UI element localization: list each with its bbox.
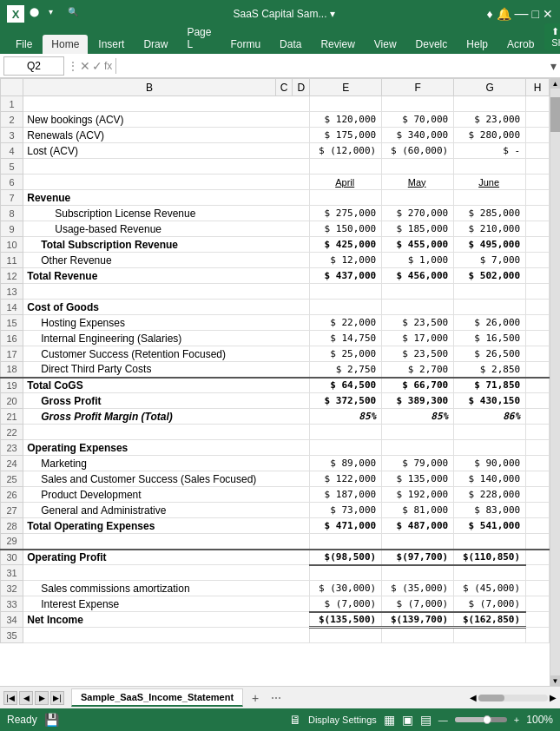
scroll-track[interactable] [550, 89, 560, 675]
cell-label[interactable]: Cost of Goods [23, 300, 310, 315]
cell-g-19[interactable]: $ 71,850 [454, 378, 526, 393]
search-icon[interactable]: 🔍 [68, 7, 82, 21]
cell-f-10[interactable]: $ 455,000 [382, 237, 454, 253]
cancel-formula-icon[interactable]: ✕ [80, 59, 90, 73]
cell-e-10[interactable]: $ 425,000 [310, 237, 382, 253]
cell-label[interactable]: Usage-based Revenue [23, 221, 310, 237]
cell-f-13[interactable] [382, 284, 454, 300]
hscroll-track[interactable] [478, 695, 548, 701]
cell-f-18[interactable]: $ 2,700 [382, 362, 454, 378]
cell-label[interactable]: Net Income [23, 612, 310, 628]
minimize-window-btn[interactable]: — [515, 6, 529, 22]
cell-f-23[interactable] [382, 440, 454, 456]
cell-label[interactable] [23, 628, 310, 643]
cell-label[interactable]: Total Subscription Revenue [23, 237, 310, 253]
cell-label[interactable] [23, 175, 310, 190]
cell-g-35[interactable] [454, 628, 526, 643]
cell-f-14[interactable] [382, 300, 454, 315]
cell-label[interactable]: Total Revenue [23, 268, 310, 284]
close-window-btn[interactable]: ✕ [543, 7, 553, 21]
cell-e-14[interactable] [310, 300, 382, 315]
cell-g-29[interactable] [454, 534, 526, 550]
cell-g-11[interactable]: $ 7,000 [454, 253, 526, 268]
cell-label[interactable]: Renewals (ACV) [23, 128, 310, 143]
cell-label[interactable]: Internal Engineering (Salaries) [23, 331, 310, 346]
sheet-nav-prev[interactable]: ◀ [19, 691, 33, 705]
vertical-scrollbar[interactable]: ▲ ▼ [550, 78, 560, 686]
cell-f-35[interactable] [382, 628, 454, 643]
save-status-icon[interactable]: 💾 [44, 713, 59, 727]
scroll-thumb[interactable] [550, 97, 560, 132]
cell-f-4[interactable]: $ (60,000) [382, 143, 454, 159]
normal-view-icon[interactable]: ▦ [384, 713, 395, 727]
cell-label[interactable]: Customer Success (Retention Focused) [23, 346, 310, 362]
cell-g-8[interactable]: $ 285,000 [454, 206, 526, 221]
cell-f-1[interactable] [382, 96, 454, 112]
cell-e-34[interactable]: $(135,500) [310, 612, 382, 628]
cell-e-22[interactable] [310, 425, 382, 440]
cell-e-5[interactable] [310, 159, 382, 175]
cell-label[interactable] [23, 284, 310, 300]
cell-f-16[interactable]: $ 17,000 [382, 331, 454, 346]
tab-home[interactable]: Home [43, 35, 88, 54]
kebab-menu-icon[interactable]: ⋮ [68, 60, 78, 72]
sheet-tab-main[interactable]: Sample_SaaS_Income_Statement [71, 688, 243, 707]
cell-label[interactable] [23, 425, 310, 440]
cell-label[interactable] [23, 534, 310, 550]
cell-e-25[interactable]: $ 122,000 [310, 471, 382, 487]
cell-e-2[interactable]: $ 120,000 [310, 112, 382, 128]
tab-draw[interactable]: Draw [135, 35, 176, 54]
cell-e-3[interactable]: $ 175,000 [310, 128, 382, 143]
hscroll-right-btn[interactable]: ▶ [550, 693, 557, 702]
cell-e-11[interactable]: $ 12,000 [310, 253, 382, 268]
cell-f-8[interactable]: $ 270,000 [382, 206, 454, 221]
tab-file[interactable]: File [7, 35, 41, 54]
cell-f-34[interactable]: $(139,700) [382, 612, 454, 628]
cell-g-13[interactable] [454, 284, 526, 300]
cell-e-4[interactable]: $ (12,000) [310, 143, 382, 159]
cell-f-11[interactable]: $ 1,000 [382, 253, 454, 268]
cell-g-26[interactable]: $ 228,000 [454, 487, 526, 503]
cell-f-21[interactable]: 85% [382, 409, 454, 425]
cell-g-32[interactable]: $ (45,000) [454, 581, 526, 596]
bell-icon[interactable]: 🔔 [497, 7, 511, 21]
cell-f-15[interactable]: $ 23,500 [382, 315, 454, 331]
cell-g-15[interactable]: $ 26,000 [454, 315, 526, 331]
tab-page-layout[interactable]: Page L [178, 23, 220, 54]
cell-e-12[interactable]: $ 437,000 [310, 268, 382, 284]
cell-g-7[interactable] [454, 190, 526, 206]
cell-g-18[interactable]: $ 2,850 [454, 362, 526, 378]
cell-label[interactable]: Subscription License Revenue [23, 206, 310, 221]
cell-label[interactable]: Gross Profit Margin (Total) [23, 409, 310, 425]
cell-g-10[interactable]: $ 495,000 [454, 237, 526, 253]
cell-g-23[interactable] [454, 440, 526, 456]
cell-f-5[interactable] [382, 159, 454, 175]
display-settings-icon[interactable]: 🖥 [289, 713, 301, 727]
cell-g-31[interactable] [454, 565, 526, 581]
cell-f-12[interactable]: $ 456,000 [382, 268, 454, 284]
cell-f-27[interactable]: $ 81,000 [382, 503, 454, 518]
zoom-minus[interactable]: — [438, 715, 448, 725]
cell-label[interactable]: New bookings (ACV) [23, 112, 310, 128]
cell-f-20[interactable]: $ 389,300 [382, 393, 454, 409]
cell-g-14[interactable] [454, 300, 526, 315]
cell-label[interactable]: Other Revenue [23, 253, 310, 268]
restore-window-btn[interactable]: □ [532, 7, 539, 21]
tab-review[interactable]: Review [312, 35, 363, 54]
cell-e-16[interactable]: $ 14,750 [310, 331, 382, 346]
cell-e-20[interactable]: $ 372,500 [310, 393, 382, 409]
cell-g-3[interactable]: $ 280,000 [454, 128, 526, 143]
cell-label[interactable]: Hosting Expenses [23, 315, 310, 331]
cell-g-30[interactable]: $(110,850) [454, 550, 526, 565]
cell-e-1[interactable] [310, 96, 382, 112]
cell-g-17[interactable]: $ 26,500 [454, 346, 526, 362]
cell-reference-input[interactable] [3, 56, 64, 76]
cell-f-2[interactable]: $ 70,000 [382, 112, 454, 128]
cell-g-5[interactable] [454, 159, 526, 175]
tab-view[interactable]: View [366, 35, 405, 54]
tab-data[interactable]: Data [271, 35, 310, 54]
cell-e-29[interactable] [310, 534, 382, 550]
cell-g-34[interactable]: $(162,850) [454, 612, 526, 628]
sheet-options-btn[interactable]: ⋯ [271, 692, 281, 704]
cell-label[interactable]: Revenue [23, 190, 310, 206]
